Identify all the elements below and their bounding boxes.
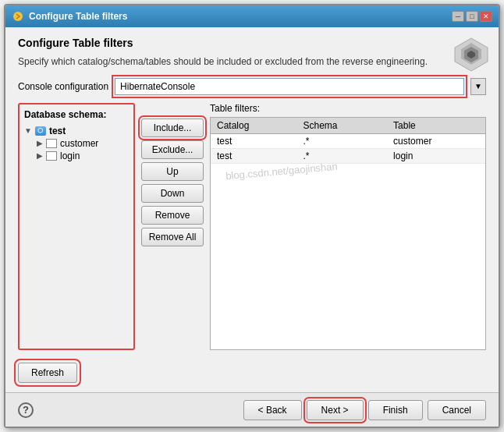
footer: ? < Back Next > Finish Cancel (5, 392, 499, 427)
content-area: Configure Table filters Specify which ca… (5, 27, 499, 392)
expand-icon-customer: ▶ (37, 139, 43, 147)
console-label: Console configuration (18, 81, 108, 92)
tree-child-customer[interactable]: ▶ customer (37, 137, 129, 150)
action-buttons: Include... Exclude... Up Down Remove Rem… (141, 103, 204, 350)
minimize-button[interactable]: ─ (452, 11, 464, 22)
title-bar: Configure Table filters ─ □ ✕ (5, 5, 499, 27)
cell-schema: .* (297, 133, 388, 148)
remove-button[interactable]: Remove (141, 206, 204, 225)
expand-icon-login: ▶ (37, 151, 43, 160)
next-button[interactable]: Next > (307, 400, 364, 420)
table-filters-label: Table filters: (210, 103, 486, 114)
table-row[interactable]: test.*login (211, 148, 485, 163)
title-controls: ─ □ ✕ (452, 11, 492, 22)
cell-catalog: test (211, 133, 297, 148)
close-button[interactable]: ✕ (480, 11, 492, 22)
expand-icon: ▼ (24, 126, 32, 135)
db-schema-box: Database schema: ▼ ⬡ test ▶ customer ▶ (18, 103, 135, 350)
logo-area (452, 35, 491, 76)
tree-label-customer: customer (60, 138, 98, 149)
down-button[interactable]: Down (141, 184, 204, 203)
include-button[interactable]: Include... (141, 119, 204, 137)
up-button[interactable]: Up (141, 162, 204, 181)
refresh-button[interactable]: Refresh (18, 363, 77, 383)
col-table: Table (387, 118, 485, 134)
back-button[interactable]: < Back (243, 400, 302, 420)
table-filters-area: Table filters: Catalog Schema Table test… (210, 103, 486, 350)
page-description: Specify which catalog/schema/tables shou… (18, 55, 486, 69)
exclude-button[interactable]: Exclude... (141, 140, 204, 159)
footer-buttons: < Back Next > Finish Cancel (243, 400, 486, 420)
tree-item-customer[interactable]: ▶ customer (37, 137, 129, 150)
cell-table: customer (387, 133, 485, 148)
console-row: Console configuration ▼ (18, 78, 486, 95)
tree-item-login[interactable]: ▶ login (37, 150, 129, 162)
col-catalog: Catalog (211, 118, 297, 134)
table-row[interactable]: test.*customer (211, 133, 485, 148)
main-area: Database schema: ▼ ⬡ test ▶ customer ▶ (18, 103, 486, 350)
main-window: Configure Table filters ─ □ ✕ Configure … (4, 4, 500, 428)
filters-table[interactable]: Catalog Schema Table test.*customertest.… (210, 117, 486, 350)
finish-button[interactable]: Finish (368, 400, 423, 420)
col-schema: Schema (297, 118, 388, 134)
maximize-button[interactable]: □ (466, 11, 478, 22)
refresh-area: Refresh (18, 363, 486, 383)
cell-catalog: test (211, 148, 297, 163)
console-input[interactable] (115, 78, 464, 95)
db-icon: ⬡ (35, 126, 46, 136)
window-icon (12, 10, 24, 23)
tree-label-login: login (60, 150, 80, 161)
tree-root-label: test (49, 126, 66, 136)
console-dropdown-button[interactable]: ▼ (470, 78, 486, 95)
title-bar-left: Configure Table filters (12, 10, 127, 23)
remove-all-button[interactable]: Remove All (141, 228, 204, 246)
tree-child-login[interactable]: ▶ login (37, 150, 129, 162)
cell-schema: .* (297, 148, 388, 163)
page-title: Configure Table filters (18, 37, 486, 49)
db-schema-title: Database schema: (24, 109, 129, 120)
cancel-button[interactable]: Cancel (428, 400, 486, 420)
help-button[interactable]: ? (18, 402, 34, 418)
table-icon-login (46, 151, 57, 161)
cell-table: login (387, 148, 485, 163)
footer-left: ? (18, 402, 34, 418)
window-title: Configure Table filters (29, 11, 127, 22)
app-logo (452, 35, 491, 74)
table-icon-customer (46, 139, 57, 148)
tree-root[interactable]: ▼ ⬡ test (24, 125, 129, 137)
svg-point-0 (13, 12, 23, 21)
